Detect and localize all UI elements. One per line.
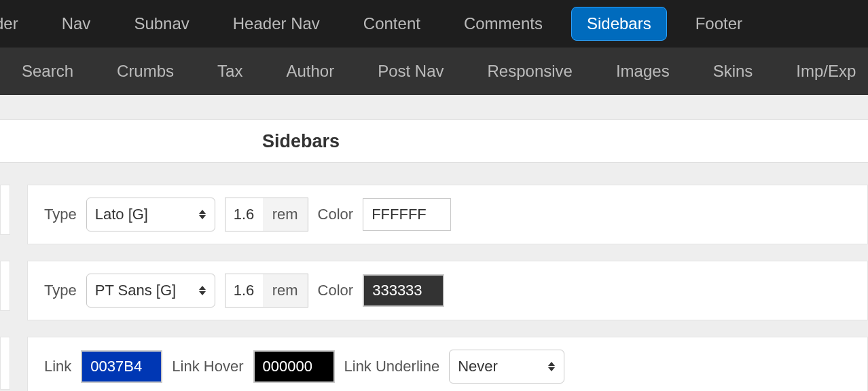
tab-footer[interactable]: Footer bbox=[681, 7, 757, 40]
font-unit-2[interactable]: rem bbox=[263, 274, 308, 308]
tab-imp-exp[interactable]: Imp/Exp bbox=[781, 55, 868, 88]
tab-tax[interactable]: Tax bbox=[202, 55, 257, 88]
typography-row-2: Type PT Sans [G] 1.6 rem Color 333333 bbox=[27, 261, 868, 320]
font-unit-value: rem bbox=[272, 206, 298, 223]
font-unit-1[interactable]: rem bbox=[263, 198, 308, 231]
font-size-value: 1.6 bbox=[234, 206, 255, 223]
tab-label: Images bbox=[616, 62, 670, 80]
tab-author[interactable]: Author bbox=[271, 55, 349, 88]
left-stub bbox=[0, 185, 10, 235]
tab-label: Responsive bbox=[488, 62, 573, 80]
tab-subnav[interactable]: Subnav bbox=[119, 7, 204, 40]
tab-label: Skins bbox=[713, 62, 753, 80]
tab-label: Content bbox=[363, 14, 420, 33]
font-select-value: Lato [G] bbox=[95, 206, 148, 223]
tab-label: Nav bbox=[62, 14, 91, 33]
tab-content[interactable]: Content bbox=[348, 7, 435, 40]
font-size-value: 1.6 bbox=[234, 282, 255, 299]
tab-label: Imp/Exp bbox=[796, 62, 856, 80]
tab-label: Footer bbox=[695, 14, 742, 33]
section-header: Sidebars bbox=[0, 119, 868, 163]
font-select-value: PT Sans [G] bbox=[95, 282, 176, 299]
link-underline-select[interactable]: Never bbox=[449, 350, 564, 384]
color-value: 0037B4 bbox=[90, 358, 142, 375]
tab-label: der bbox=[0, 14, 18, 33]
tab-label: Search bbox=[22, 62, 73, 80]
link-row: Link 0037B4 Link Hover 000000 Link Under… bbox=[27, 337, 868, 391]
tab-label: Comments bbox=[464, 14, 543, 33]
tab-label: Crumbs bbox=[117, 62, 174, 80]
color-value: 333333 bbox=[372, 282, 422, 299]
left-stub bbox=[0, 337, 10, 390]
primary-tabbar: der Nav Subnav Header Nav Content Commen… bbox=[0, 0, 868, 48]
tab-images[interactable]: Images bbox=[601, 55, 685, 88]
color-label-1: Color bbox=[318, 206, 354, 223]
tab-label: Author bbox=[286, 62, 334, 80]
link-color-input[interactable]: 0037B4 bbox=[81, 350, 162, 383]
link-underline-label: Link Underline bbox=[344, 358, 440, 375]
tab-label: Tax bbox=[217, 62, 242, 80]
secondary-tabbar: Search Crumbs Tax Author Post Nav Respon… bbox=[0, 48, 868, 95]
updown-icon bbox=[547, 362, 556, 371]
tab-crumbs[interactable]: Crumbs bbox=[102, 55, 189, 88]
left-stub bbox=[0, 261, 10, 311]
tab-label: Sidebars bbox=[587, 14, 651, 33]
color-input-2[interactable]: 333333 bbox=[363, 274, 444, 307]
size-combo-2: 1.6 rem bbox=[225, 274, 308, 308]
tab-skins[interactable]: Skins bbox=[698, 55, 768, 88]
tab-responsive[interactable]: Responsive bbox=[473, 55, 587, 88]
link-hover-label: Link Hover bbox=[172, 358, 243, 375]
typography-row-1: Type Lato [G] 1.6 rem Color FFFFFF bbox=[27, 185, 868, 244]
color-label-2: Color bbox=[318, 282, 354, 299]
link-hover-color-input[interactable]: 000000 bbox=[253, 350, 335, 383]
tab-sidebars[interactable]: Sidebars bbox=[571, 7, 667, 41]
tab-label: Post Nav bbox=[378, 62, 444, 80]
tab-search[interactable]: Search bbox=[7, 55, 88, 88]
tab-nav[interactable]: Nav bbox=[47, 7, 106, 40]
link-label: Link bbox=[44, 358, 71, 375]
tab-comments[interactable]: Comments bbox=[449, 7, 558, 40]
updown-icon bbox=[198, 210, 206, 219]
color-value: FFFFFF bbox=[372, 206, 427, 223]
tab-header-partial[interactable]: der bbox=[0, 7, 33, 40]
font-select-2[interactable]: PT Sans [G] bbox=[86, 274, 215, 308]
type-label: Type bbox=[44, 206, 77, 223]
font-select-1[interactable]: Lato [G] bbox=[86, 198, 215, 231]
color-input-1[interactable]: FFFFFF bbox=[363, 198, 451, 231]
section-title: Sidebars bbox=[262, 131, 340, 152]
link-underline-value: Never bbox=[458, 358, 498, 375]
type-label: Type bbox=[44, 282, 77, 299]
updown-icon bbox=[198, 286, 206, 295]
font-unit-value: rem bbox=[272, 282, 298, 299]
size-combo-1: 1.6 rem bbox=[225, 198, 308, 231]
tab-label: Subnav bbox=[134, 14, 189, 33]
tab-label: Header Nav bbox=[233, 14, 320, 33]
color-value: 000000 bbox=[263, 358, 312, 375]
tab-header-nav[interactable]: Header Nav bbox=[218, 7, 335, 40]
tab-post-nav[interactable]: Post Nav bbox=[363, 55, 458, 88]
